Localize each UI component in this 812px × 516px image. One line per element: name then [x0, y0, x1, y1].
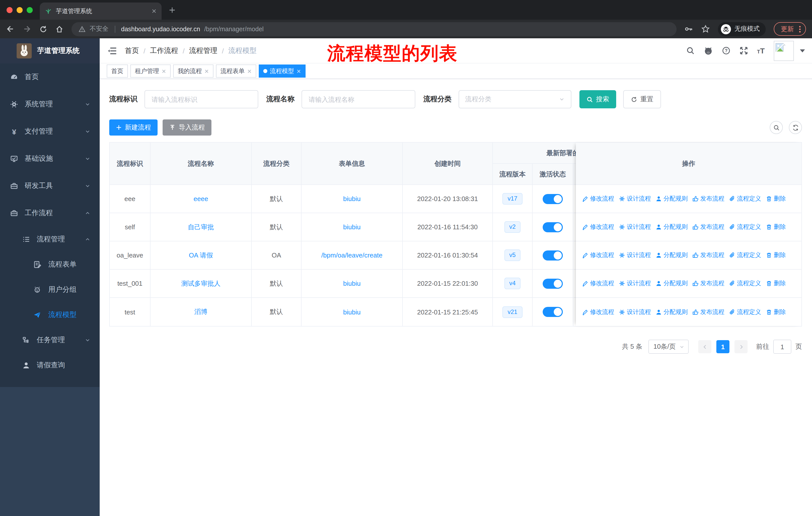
- process-name-input[interactable]: [301, 90, 415, 108]
- prev-page-button[interactable]: [698, 340, 711, 353]
- new-tab-button[interactable]: [169, 6, 176, 13]
- assign-rule-link[interactable]: 分配规则: [656, 223, 688, 231]
- address-bar[interactable]: 不安全 dashboard.yudao.iocoder.cn/bpm/manag…: [71, 22, 676, 36]
- back-icon[interactable]: [6, 25, 14, 33]
- version-tag[interactable]: v17: [503, 193, 523, 205]
- bookmark-star-icon[interactable]: [701, 25, 710, 33]
- update-button[interactable]: 更新: [774, 22, 806, 36]
- assign-rule-link[interactable]: 分配规则: [656, 194, 688, 203]
- publish-process-link[interactable]: 发布流程: [692, 194, 724, 203]
- sidebar-item-task-mgmt[interactable]: 任务管理: [0, 328, 100, 353]
- sidebar-item-workflow[interactable]: 工作流程: [0, 199, 100, 227]
- delete-link[interactable]: 删除: [766, 308, 786, 316]
- tab-close-icon[interactable]: [151, 8, 156, 13]
- reload-icon[interactable]: [39, 25, 47, 33]
- tag-tenant[interactable]: 租户管理: [130, 64, 171, 78]
- assign-rule-link[interactable]: 分配规则: [656, 279, 688, 288]
- sidebar-item-payment[interactable]: ¥ 支付管理: [0, 118, 100, 145]
- design-process-link[interactable]: 设计流程: [619, 251, 651, 260]
- process-definition-link[interactable]: 流程定义: [729, 223, 761, 231]
- key-icon[interactable]: [685, 25, 693, 33]
- modify-process-link[interactable]: 修改流程: [582, 279, 614, 288]
- maximize-window-button[interactable]: [27, 7, 33, 13]
- page-number-button[interactable]: 1: [716, 340, 729, 353]
- process-key-input[interactable]: [144, 90, 258, 108]
- publish-process-link[interactable]: 发布流程: [692, 308, 724, 316]
- delete-link[interactable]: 删除: [766, 194, 786, 203]
- sidebar-item-leave-query[interactable]: 请假查询: [0, 353, 100, 378]
- close-icon[interactable]: [247, 69, 252, 73]
- incognito-badge[interactable]: 无痕模式: [718, 22, 766, 36]
- process-definition-link[interactable]: 流程定义: [729, 251, 761, 260]
- close-icon[interactable]: [204, 69, 209, 73]
- version-tag[interactable]: v21: [503, 306, 523, 318]
- publish-process-link[interactable]: 发布流程: [692, 251, 724, 260]
- modify-process-link[interactable]: 修改流程: [582, 308, 614, 316]
- avatar-caret-icon[interactable]: [800, 49, 805, 52]
- model-name-link[interactable]: OA 请假: [189, 251, 213, 260]
- sidebar-item-process-model[interactable]: 流程模型: [0, 302, 100, 328]
- design-process-link[interactable]: 设计流程: [619, 308, 651, 316]
- publish-process-link[interactable]: 发布流程: [692, 223, 724, 231]
- forward-icon[interactable]: [23, 25, 31, 33]
- sidebar-item-process-form[interactable]: 流程表单: [0, 252, 100, 277]
- form-link[interactable]: biubiu: [343, 280, 360, 287]
- browser-tab[interactable]: 芋道管理系统: [40, 2, 162, 20]
- delete-link[interactable]: 删除: [766, 279, 786, 288]
- design-process-link[interactable]: 设计流程: [619, 223, 651, 231]
- close-icon[interactable]: [162, 69, 166, 73]
- version-tag[interactable]: v2: [504, 221, 521, 233]
- active-toggle[interactable]: [543, 222, 563, 232]
- model-name-link[interactable]: 滔博: [194, 307, 207, 317]
- sidebar-item-infra[interactable]: 基础设施: [0, 145, 100, 172]
- model-name-link[interactable]: 自己审批: [188, 222, 214, 232]
- design-process-link[interactable]: 设计流程: [619, 279, 651, 288]
- sidebar-item-process-mgmt[interactable]: 流程管理: [0, 227, 100, 252]
- goto-page-input[interactable]: [773, 340, 791, 354]
- sidebar-item-user-group[interactable]: 用户分组: [0, 277, 100, 302]
- process-definition-link[interactable]: 流程定义: [729, 194, 761, 203]
- assign-rule-link[interactable]: 分配规则: [656, 308, 688, 316]
- active-toggle[interactable]: [543, 307, 563, 317]
- import-process-button[interactable]: 导入流程: [163, 119, 211, 136]
- delete-link[interactable]: 删除: [766, 251, 786, 260]
- tag-my-process[interactable]: 我的流程: [173, 64, 213, 78]
- avatar[interactable]: [774, 40, 794, 61]
- sidebar-item-home[interactable]: 首页: [0, 63, 100, 91]
- breadcrumb-home[interactable]: 首页: [125, 46, 139, 55]
- modify-process-link[interactable]: 修改流程: [582, 223, 614, 231]
- font-size-icon[interactable]: TT: [757, 46, 765, 55]
- version-tag[interactable]: v4: [504, 278, 521, 289]
- search-icon[interactable]: [686, 46, 694, 55]
- create-process-button[interactable]: 新建流程: [109, 119, 157, 136]
- close-window-button[interactable]: [6, 7, 12, 13]
- publish-process-link[interactable]: 发布流程: [692, 279, 724, 288]
- show-search-toggle-button[interactable]: [770, 121, 783, 134]
- close-icon[interactable]: [296, 69, 301, 73]
- home-icon[interactable]: [55, 25, 63, 33]
- process-definition-link[interactable]: 流程定义: [729, 279, 761, 288]
- form-link[interactable]: biubiu: [343, 223, 360, 231]
- design-process-link[interactable]: 设计流程: [619, 194, 651, 203]
- delete-link[interactable]: 删除: [766, 223, 786, 231]
- active-toggle[interactable]: [543, 194, 563, 204]
- menu-dots-icon[interactable]: [799, 25, 801, 33]
- next-page-button[interactable]: [734, 340, 748, 353]
- form-link[interactable]: biubiu: [343, 195, 360, 202]
- active-toggle[interactable]: [543, 278, 563, 289]
- form-link[interactable]: biubiu: [343, 308, 360, 316]
- breadcrumb-process-mgmt[interactable]: 流程管理: [189, 46, 218, 55]
- github-icon[interactable]: [703, 46, 713, 55]
- tag-process-model[interactable]: 流程模型: [259, 64, 306, 78]
- tag-process-form[interactable]: 流程表单: [216, 64, 256, 78]
- category-select[interactable]: 流程分类: [459, 90, 571, 108]
- sidebar-item-system[interactable]: 系统管理: [0, 91, 100, 118]
- page-size-select[interactable]: 10条/页: [648, 340, 689, 354]
- minimize-window-button[interactable]: [17, 7, 23, 13]
- reset-button[interactable]: 重置: [623, 90, 661, 108]
- security-label[interactable]: 不安全: [90, 25, 109, 33]
- help-icon[interactable]: ?: [722, 46, 730, 55]
- version-tag[interactable]: v5: [504, 249, 521, 261]
- modify-process-link[interactable]: 修改流程: [582, 251, 614, 260]
- sidebar-collapse-icon[interactable]: [108, 46, 117, 55]
